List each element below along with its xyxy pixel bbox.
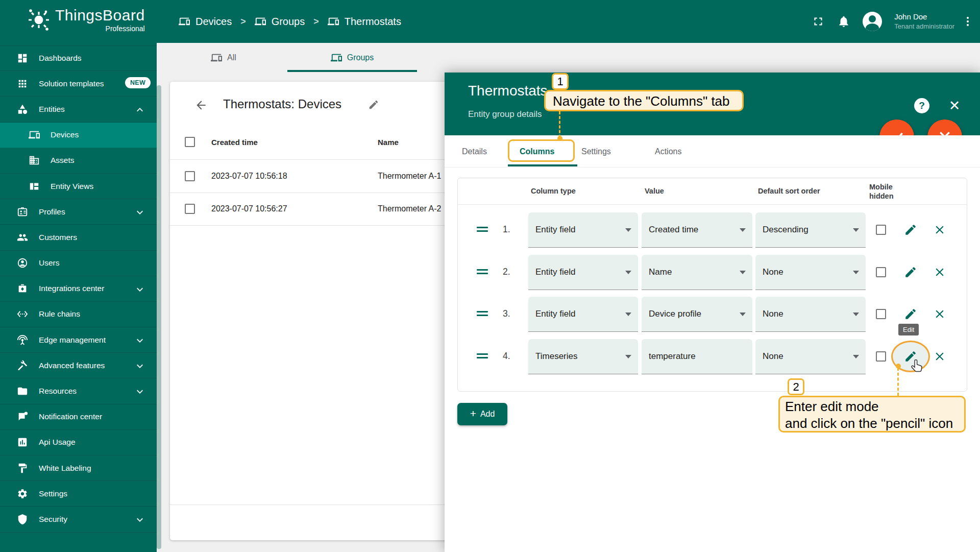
row-number: 3. bbox=[503, 308, 510, 319]
edit-column-button[interactable] bbox=[904, 223, 918, 237]
tab-groups[interactable]: Groups bbox=[287, 43, 417, 72]
tab-actions[interactable]: Actions bbox=[655, 135, 681, 167]
devices-icon bbox=[331, 52, 342, 63]
help-button[interactable]: ? bbox=[914, 98, 929, 113]
dropdown-arrow-icon bbox=[740, 228, 746, 232]
mobile-hidden-checkbox[interactable] bbox=[876, 309, 886, 319]
dropdown-arrow-icon bbox=[853, 355, 859, 358]
logo-subtitle: Professional bbox=[55, 25, 145, 33]
tab-details[interactable]: Details bbox=[462, 135, 487, 167]
pencil-icon bbox=[904, 223, 917, 236]
drag-handle-icon[interactable] bbox=[477, 353, 489, 360]
breadcrumb-groups[interactable]: Groups bbox=[255, 16, 305, 28]
sidebar-item-users[interactable]: Users bbox=[0, 251, 157, 276]
chevron-down-icon bbox=[134, 514, 146, 526]
add-column-button[interactable]: + Add bbox=[457, 403, 507, 425]
person-circle-icon bbox=[17, 257, 28, 269]
remove-column-button[interactable] bbox=[933, 307, 947, 322]
step1-badge: 1 bbox=[552, 73, 569, 90]
row-checkbox[interactable] bbox=[185, 171, 195, 181]
sidebar-item-entities[interactable]: Entities bbox=[0, 97, 157, 122]
sidebar-item-edge-management[interactable]: Edge management bbox=[0, 327, 157, 353]
breadcrumb-thermostats[interactable]: Thermostats bbox=[328, 16, 401, 28]
sidebar-item-entity-views[interactable]: Entity Views bbox=[0, 174, 157, 199]
value-input[interactable]: temperature bbox=[642, 339, 752, 374]
sidebar-item-assets[interactable]: Assets bbox=[0, 148, 157, 174]
chevron-down-icon bbox=[134, 206, 146, 219]
sidebar-item-security[interactable]: Security bbox=[0, 507, 157, 532]
sidebar-item-integrations-center[interactable]: Integrations center bbox=[0, 276, 157, 302]
callout2-dashed-line bbox=[897, 368, 899, 396]
sort-order-select[interactable]: None bbox=[755, 297, 866, 332]
sidebar-item-profiles[interactable]: Profiles bbox=[0, 199, 157, 225]
edit-title-pencil-button[interactable] bbox=[368, 99, 379, 110]
step2-badge: 2 bbox=[788, 378, 804, 395]
tab-settings[interactable]: Settings bbox=[581, 135, 611, 167]
sidebar-item-solution-templates[interactable]: Solution templates NEW bbox=[0, 71, 157, 97]
sort-order-select[interactable]: None bbox=[755, 255, 866, 290]
value-select[interactable]: Created time bbox=[642, 212, 752, 248]
callout2-dot bbox=[896, 364, 901, 369]
mobile-hidden-checkbox[interactable] bbox=[876, 225, 886, 235]
column-header-name[interactable]: Name bbox=[378, 138, 399, 147]
back-arrow-button[interactable] bbox=[194, 99, 208, 112]
view-quilt-icon bbox=[29, 181, 40, 192]
row-number: 1. bbox=[503, 224, 510, 235]
mobile-hidden-checkbox[interactable] bbox=[876, 267, 886, 277]
logo[interactable]: ThingsBoard Professional bbox=[27, 7, 145, 33]
sidebar-item-settings[interactable]: Settings bbox=[0, 481, 157, 507]
more-menu-button[interactable] bbox=[967, 15, 969, 28]
edit-column-button[interactable] bbox=[904, 307, 918, 322]
column-type-select[interactable]: Entity field bbox=[528, 255, 638, 290]
remove-column-button[interactable] bbox=[933, 223, 947, 237]
sidebar-item-notification-center[interactable]: Notification center bbox=[0, 404, 157, 430]
close-icon bbox=[933, 223, 946, 236]
mobile-hidden-checkbox[interactable] bbox=[876, 351, 886, 362]
close-panel-button[interactable]: ✕ bbox=[946, 97, 963, 114]
tab-all[interactable]: All bbox=[160, 43, 287, 72]
breadcrumb-devices[interactable]: Devices bbox=[179, 16, 232, 28]
row-checkbox[interactable] bbox=[185, 204, 195, 214]
divider bbox=[458, 204, 967, 205]
sidebar-nav: Dashboards Solution templates NEW Entiti… bbox=[0, 43, 157, 552]
sidebar-item-api-usage[interactable]: Api Usage bbox=[0, 430, 157, 455]
sidebar-scrollbar[interactable] bbox=[157, 85, 161, 549]
dropdown-arrow-icon bbox=[740, 271, 746, 274]
row-number: 2. bbox=[503, 267, 510, 277]
select-all-checkbox[interactable] bbox=[185, 137, 195, 147]
header-default-sort-order: Default sort order bbox=[758, 186, 820, 196]
tools-icon bbox=[17, 360, 28, 371]
sidebar-item-white-labeling[interactable]: White Labeling bbox=[0, 455, 157, 481]
column-type-select[interactable]: Timeseries bbox=[528, 339, 638, 374]
sidebar-item-resources[interactable]: Resources bbox=[0, 378, 157, 404]
column-type-select[interactable]: Entity field bbox=[528, 212, 638, 248]
value-select[interactable]: Device profile bbox=[642, 297, 752, 332]
remove-column-button[interactable] bbox=[933, 266, 947, 280]
user-info[interactable]: John Doe Tenant administrator bbox=[894, 12, 954, 31]
drag-handle-icon[interactable] bbox=[477, 269, 489, 276]
drag-handle-icon[interactable] bbox=[477, 227, 489, 233]
column-header-created-time[interactable]: Created time bbox=[211, 138, 258, 147]
sidebar-item-advanced-features[interactable]: Advanced features bbox=[0, 353, 157, 378]
sidebar-item-devices[interactable]: Devices bbox=[0, 123, 157, 148]
shield-icon bbox=[17, 514, 28, 525]
ethernet-brackets-icon bbox=[17, 308, 28, 320]
dropdown-arrow-icon bbox=[853, 228, 859, 232]
dropdown-arrow-icon bbox=[625, 228, 631, 232]
drag-handle-icon[interactable] bbox=[477, 311, 489, 318]
dropdown-arrow-icon bbox=[853, 313, 859, 316]
sidebar-item-dashboards[interactable]: Dashboards bbox=[0, 45, 157, 71]
sidebar-item-rule-chains[interactable]: Rule chains bbox=[0, 302, 157, 327]
column-row-2: 2. Entity field Name None bbox=[458, 255, 967, 290]
remove-column-button[interactable] bbox=[933, 350, 947, 364]
value-select[interactable]: Name bbox=[642, 255, 752, 290]
notifications-bell-button[interactable] bbox=[837, 15, 850, 28]
dropdown-arrow-icon bbox=[625, 313, 631, 316]
user-avatar[interactable] bbox=[863, 12, 882, 31]
sidebar-item-customers[interactable]: Customers bbox=[0, 225, 157, 250]
sort-order-select[interactable]: Descending bbox=[755, 212, 866, 248]
column-type-select[interactable]: Entity field bbox=[528, 297, 638, 332]
fullscreen-button[interactable] bbox=[812, 15, 825, 28]
sort-order-select[interactable]: None bbox=[755, 339, 866, 374]
edit-column-button[interactable] bbox=[904, 266, 918, 280]
